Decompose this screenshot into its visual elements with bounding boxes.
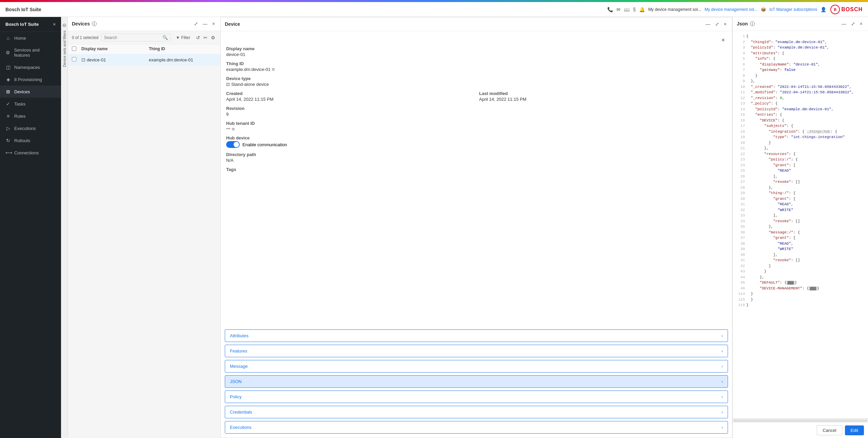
json-line: 15 "entries": {: [735, 112, 865, 118]
table-row[interactable]: ⊡ device-01 example.dm:device-01: [68, 54, 220, 65]
created-value: April 14, 2022 11:15 PM: [226, 97, 474, 102]
device-type-col: Device type ⊡ Stand-alone device: [226, 76, 727, 91]
device-mgmt-link[interactable]: My device management sol...: [648, 7, 701, 12]
dates-row: Created April 14, 2022 11:15 PM Last mod…: [226, 91, 727, 106]
iot-manager-label[interactable]: IoT Manager subscriptions: [769, 7, 817, 12]
json-cancel-button[interactable]: Cancel: [817, 425, 842, 435]
directory-path-value: N/A: [226, 158, 727, 163]
feature-buttons-list: Attributes › Features › Message › JSON ›…: [221, 329, 732, 438]
json-chevron: ›: [722, 379, 723, 384]
scroll-right-arrow[interactable]: ›: [866, 419, 867, 422]
sidebar-tasks-label: Tasks: [14, 101, 25, 107]
search-box[interactable]: 🔍: [101, 34, 171, 41]
filter-button[interactable]: ▼ Filter: [174, 34, 192, 41]
device-sets-filter-strip[interactable]: ⊖ Device sets and filters: [61, 17, 68, 438]
json-button[interactable]: JSON ›: [225, 375, 728, 388]
cut-icon[interactable]: ✂: [202, 34, 209, 41]
json-line: 11 "_modified": "2022-04-14T21:15:50.058…: [735, 90, 865, 95]
col-display-name: Display name: [81, 46, 149, 52]
sidebar-provisioning-label: 8 Provisioning: [14, 77, 42, 82]
policy-label: Policy: [230, 394, 242, 399]
billing-icon[interactable]: §: [633, 7, 636, 12]
tasks-icon: ✓: [5, 101, 11, 107]
sidebar-item-devices[interactable]: ⊞ Devices: [0, 85, 61, 98]
sidebar-item-rollouts[interactable]: ↻ Rollouts: [0, 134, 61, 147]
device-detail-actions: — ⤢ ×: [704, 21, 728, 27]
attributes-button[interactable]: Attributes ›: [225, 329, 728, 342]
json-line: 24 "grant": [: [735, 163, 865, 168]
devices-info-icon[interactable]: i: [92, 21, 97, 26]
json-edit-button[interactable]: Edit: [845, 425, 864, 435]
sidebar-item-services[interactable]: ⚙ Services and features: [0, 44, 61, 61]
iot-manager-link[interactable]: 📦: [761, 7, 766, 12]
sidebar-item-executions[interactable]: ▷ Executions: [0, 122, 61, 134]
select-all-checkbox[interactable]: [72, 46, 76, 51]
hub-tenant-copy-icon[interactable]: ⧉: [232, 127, 235, 131]
sidebar-executions-label: Executions: [14, 126, 36, 131]
device-detail-close-icon[interactable]: ×: [723, 21, 728, 27]
json-expand-icon[interactable]: ⤢: [850, 20, 856, 27]
policy-button[interactable]: Policy ›: [225, 391, 728, 403]
sidebar: Bosch IoT Suite × ⌂ Home ⚙ Services and …: [0, 17, 61, 438]
message-button[interactable]: Message ›: [225, 360, 728, 373]
sidebar-item-connections[interactable]: ⟷ Connections: [0, 147, 61, 159]
json-line: 32 "WRITE": [735, 207, 865, 213]
sidebar-rollouts-label: Rollouts: [14, 138, 30, 143]
sidebar-rules-label: Rules: [14, 114, 25, 119]
json-line: 5 "info": {: [735, 56, 865, 62]
json-line: 30 "grant": [: [735, 196, 865, 202]
sidebar-item-home[interactable]: ⌂ Home: [0, 32, 61, 44]
device-detail-minimize-icon[interactable]: —: [704, 21, 712, 27]
device-detail-expand-icon[interactable]: ⤢: [714, 21, 721, 27]
docs-icon[interactable]: 📖: [624, 7, 630, 12]
json-content: 1 { 2 "thingId": "example.dm:device-01",…: [733, 31, 868, 418]
sidebar-item-rules[interactable]: ≡ Rules: [0, 110, 61, 122]
json-minimize-icon[interactable]: —: [840, 20, 848, 27]
sidebar-item-namespaces[interactable]: ◫ Namespaces: [0, 61, 61, 73]
header-icon-group: 📞 ✉ 📖 § 🔔 My device management sol... My…: [607, 7, 826, 12]
thing-id-text: example.dm:device-01: [226, 67, 271, 72]
user-icon[interactable]: 👤: [821, 7, 826, 12]
sidebar-close-icon[interactable]: ×: [53, 22, 56, 27]
connections-icon: ⟷: [5, 150, 11, 155]
devices-minimize-icon[interactable]: —: [201, 20, 209, 27]
devices-toolbar: 0 of 1 selected 🔍 ▼ Filter ↺ ✂ ⚙: [68, 31, 220, 44]
bell-icon[interactable]: 🔔: [639, 7, 645, 12]
refresh-icon[interactable]: ↺: [195, 34, 201, 41]
json-line: 25 "READ": [735, 168, 865, 174]
row-checkbox[interactable]: [72, 57, 76, 61]
credentials-button[interactable]: Credentials ›: [225, 406, 728, 418]
device-detail-header: Device — ⤢ ×: [221, 17, 732, 31]
devices-main: Devices i ⤢ — × 0 of 1 selected 🔍: [68, 17, 220, 438]
header-right: 📞 ✉ 📖 § 🔔 My device management sol... My…: [607, 5, 863, 14]
created-label: Created: [226, 91, 474, 96]
enable-communication-toggle[interactable]: [226, 141, 240, 148]
credentials-chevron: ›: [722, 410, 723, 415]
json-close-icon[interactable]: ×: [859, 20, 864, 27]
sidebar-item-tasks[interactable]: ✓ Tasks: [0, 98, 61, 110]
phone-icon[interactable]: 📞: [607, 7, 613, 12]
device-edit-icon[interactable]: ✕: [720, 37, 727, 43]
mail-icon[interactable]: ✉: [616, 7, 620, 12]
device-type-label: Device type: [226, 76, 727, 81]
json-line: 36 "message:/": {: [735, 230, 865, 235]
executions-feature-button[interactable]: Executions ›: [225, 421, 728, 434]
devices-close-icon[interactable]: ×: [211, 20, 216, 27]
json-line: 40 ],: [735, 252, 865, 258]
device-type-text: Stand-alone device: [231, 82, 269, 87]
thing-id-copy-icon[interactable]: ⧉: [272, 67, 275, 72]
devices-expand-icon[interactable]: ⤢: [193, 20, 199, 27]
directory-path-label: Directory path: [226, 152, 727, 157]
json-line: 44 },: [735, 274, 865, 280]
features-chevron: ›: [722, 348, 723, 354]
json-info-icon[interactable]: i: [750, 21, 755, 26]
features-button[interactable]: Features ›: [225, 345, 728, 357]
json-horizontal-scrollbar[interactable]: ‹ ›: [733, 418, 868, 422]
search-input[interactable]: [104, 35, 161, 40]
settings-icon[interactable]: ⚙: [210, 34, 216, 41]
sidebar-connections-label: Connections: [14, 150, 39, 155]
json-line: 20 }: [735, 140, 865, 146]
device-detail-panel: Device — ⤢ × ✕ Display name device-01 Th…: [220, 17, 732, 438]
device-mgmt-label[interactable]: My device management sol...: [705, 7, 757, 12]
sidebar-item-provisioning[interactable]: ◈ 8 Provisioning: [0, 73, 61, 85]
